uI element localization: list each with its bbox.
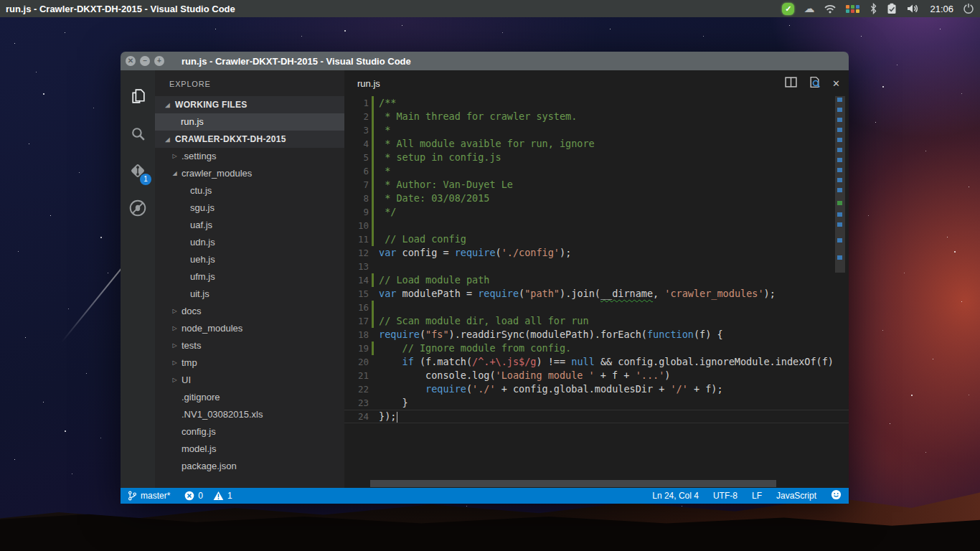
- code-line-20[interactable]: 20 if (f.match(/^.+\.js$/g) !== null && …: [344, 355, 849, 369]
- code-line-16[interactable]: 16: [344, 301, 849, 314]
- code-text: // Load config: [379, 232, 466, 246]
- explorer-icon[interactable]: [121, 77, 155, 115]
- tree-item-.settings[interactable]: ▷.settings: [155, 148, 344, 165]
- code-text: *: [379, 164, 390, 178]
- tab-run-js[interactable]: run.js: [357, 78, 380, 89]
- code-text: require("fs").readdirSync(modulePath).fo…: [379, 328, 723, 342]
- close-window-button[interactable]: ✕: [126, 56, 136, 66]
- tree-item-crawler_modules[interactable]: ◢crawler_modules: [155, 165, 344, 182]
- tree-item-package.json[interactable]: package.json: [155, 458, 344, 475]
- git-icon[interactable]: 1: [121, 152, 155, 189]
- tree-item-.gitignore[interactable]: .gitignore: [155, 389, 344, 406]
- cursor-position[interactable]: Ln 24, Col 4: [652, 491, 699, 501]
- editor-actions: ✕: [785, 70, 840, 96]
- software-updater-icon[interactable]: [887, 1, 897, 16]
- code-line-17[interactable]: 17// Scan module dir, load all for run: [344, 314, 849, 328]
- tree-item-ueh.js[interactable]: ueh.js: [155, 251, 344, 268]
- file-label: ctu.js: [190, 182, 212, 199]
- error-count[interactable]: 0: [184, 491, 203, 501]
- code-line-10[interactable]: 10: [344, 219, 849, 232]
- code-line-4[interactable]: 4 * All module avaible for run, ignore: [344, 137, 849, 151]
- root-folder-section[interactable]: ◢ CRAWLER-DKXT-DH-2015: [155, 131, 344, 148]
- code-line-22[interactable]: 22 require('./' + config.global.modulesD…: [344, 382, 849, 396]
- cloud-sync-icon[interactable]: ☁: [804, 1, 814, 16]
- tree-item-.NV1_03082015.xls[interactable]: .NV1_03082015.xls: [155, 406, 344, 423]
- code-line-11[interactable]: 11 // Load config: [344, 232, 849, 246]
- variety-icon[interactable]: [846, 1, 860, 16]
- git-change-bar: [372, 314, 374, 328]
- code-line-12[interactable]: 12var config = require('./config');: [344, 246, 849, 260]
- code-text: var config = require('./config');: [379, 246, 571, 260]
- folder-label: UI: [182, 372, 191, 389]
- code-line-18[interactable]: 18require("fs").readdirSync(modulePath).…: [344, 328, 849, 342]
- split-editor-icon[interactable]: [785, 77, 797, 90]
- code-line-7[interactable]: 7 * Author: Van-Duyet Le: [344, 178, 849, 192]
- minimize-window-button[interactable]: –: [140, 56, 150, 66]
- code-line-13[interactable]: 13: [344, 260, 849, 273]
- ruler-mark: [837, 108, 842, 112]
- code-line-6[interactable]: 6 *: [344, 164, 849, 178]
- volume-icon[interactable]: [906, 1, 920, 16]
- code-line-5[interactable]: 5 * setup in config.js: [344, 151, 849, 164]
- git-change-bar: [372, 137, 374, 151]
- overview-ruler[interactable]: [835, 96, 845, 479]
- tree-item-tests[interactable]: ▷tests: [155, 337, 344, 354]
- code-line-9[interactable]: 9 */: [344, 205, 849, 219]
- code-lines: 1/**2 * Main thread for crawler system.3…: [344, 96, 849, 423]
- maximize-window-button[interactable]: +: [154, 56, 164, 66]
- tree-item-node_modules[interactable]: ▷node_modules: [155, 320, 344, 337]
- feedback-smiley-icon[interactable]: [831, 489, 842, 502]
- file-label: udn.js: [190, 234, 215, 251]
- code-line-15[interactable]: 15var modulePath = require("path").join(…: [344, 287, 849, 301]
- tree-item-udn.js[interactable]: udn.js: [155, 234, 344, 251]
- tree-item-UI[interactable]: ▷UI: [155, 372, 344, 389]
- code-line-2[interactable]: 2 * Main thread for crawler system.: [344, 110, 849, 123]
- warning-count[interactable]: 1: [213, 491, 232, 501]
- session-menu-icon[interactable]: [963, 1, 974, 16]
- file-label: .gitignore: [182, 389, 220, 406]
- tree-item-tmp[interactable]: ▷tmp: [155, 354, 344, 372]
- git-branch-status[interactable]: master*: [128, 490, 170, 501]
- code-line-3[interactable]: 3 *: [344, 123, 849, 137]
- close-tab-icon[interactable]: ✕: [832, 78, 840, 89]
- preview-search-icon[interactable]: [809, 76, 821, 90]
- tree-item-ctu.js[interactable]: ctu.js: [155, 182, 344, 199]
- git-change-bar: [372, 260, 374, 273]
- git-change-bar: [372, 96, 374, 110]
- skype-icon[interactable]: ✓: [782, 1, 794, 16]
- working-files-section[interactable]: ◢ WORKING FILES: [155, 96, 344, 113]
- chevron-collapsed-icon: ▷: [171, 320, 179, 337]
- debug-icon[interactable]: [121, 189, 155, 227]
- vertical-scrollbar-thumb[interactable]: [835, 96, 845, 273]
- activity-bar: 1: [121, 70, 155, 488]
- window-titlebar[interactable]: ✕ – + run.js - Crawler-DKXT-DH-2015 - Vi…: [121, 52, 849, 70]
- wifi-icon[interactable]: [824, 1, 837, 16]
- code-line-19[interactable]: 19 // Ignore module from config.: [344, 342, 849, 355]
- code-line-23[interactable]: 23 }: [344, 396, 849, 410]
- working-file-run.js[interactable]: run.js: [155, 113, 344, 131]
- encoding-indicator[interactable]: UTF-8: [713, 491, 738, 501]
- tree-item-ufm.js[interactable]: ufm.js: [155, 268, 344, 286]
- code-text: }: [379, 396, 408, 410]
- tree-item-uit.js[interactable]: uit.js: [155, 286, 344, 303]
- bluetooth-icon[interactable]: [870, 1, 877, 16]
- clock[interactable]: 21:06: [930, 4, 953, 14]
- window-title: run.js - Crawler-DKXT-DH-2015 - Visual S…: [182, 56, 411, 67]
- code-line-14[interactable]: 14// Load module path: [344, 273, 849, 287]
- git-change-bar: [372, 382, 374, 396]
- search-icon[interactable]: [121, 115, 155, 152]
- line-number: 16: [344, 301, 369, 314]
- tree-item-model.js[interactable]: model.js: [155, 441, 344, 458]
- horizontal-scrollbar-thumb[interactable]: [370, 480, 776, 487]
- language-indicator[interactable]: JavaScript: [776, 491, 816, 501]
- code-line-24[interactable]: 24});: [344, 410, 849, 423]
- tree-item-sgu.js[interactable]: sgu.js: [155, 199, 344, 217]
- tree-item-config.js[interactable]: config.js: [155, 423, 344, 441]
- code-area[interactable]: 1/**2 * Main thread for crawler system.3…: [344, 96, 849, 488]
- code-line-8[interactable]: 8 * Date: 03/08/2015: [344, 192, 849, 205]
- code-line-21[interactable]: 21 console.log('Loading module ' + f + '…: [344, 369, 849, 382]
- eol-indicator[interactable]: LF: [752, 491, 762, 501]
- tree-item-docs[interactable]: ▷docs: [155, 303, 344, 320]
- tree-item-uaf.js[interactable]: uaf.js: [155, 217, 344, 234]
- code-line-1[interactable]: 1/**: [344, 96, 849, 110]
